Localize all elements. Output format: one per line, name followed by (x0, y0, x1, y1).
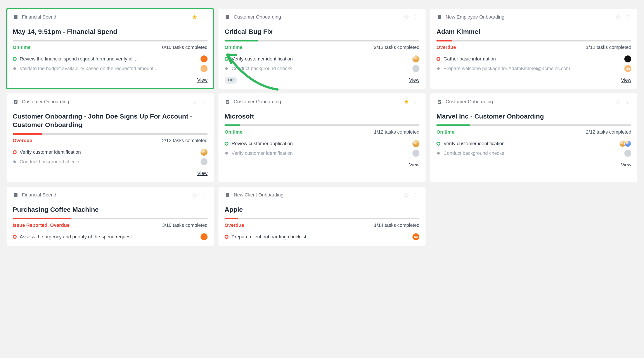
star-icon[interactable]: ★ (192, 14, 197, 20)
card-category: Customer Onboarding (22, 99, 69, 105)
status-text: Issue Reported, Overdue (13, 222, 70, 228)
progress-fill (436, 124, 470, 126)
document-icon (436, 99, 442, 105)
star-icon[interactable]: ☆ (192, 192, 197, 198)
task-row[interactable]: Review the financial spend request form … (13, 54, 208, 64)
view-link[interactable]: View (197, 170, 208, 176)
star-icon[interactable]: ☆ (404, 192, 409, 198)
view-link[interactable]: View (409, 162, 420, 168)
project-card[interactable]: New Client Onboarding☆⋮AppleOverdue1/14 … (218, 187, 426, 246)
assignee-avatar[interactable] (412, 150, 420, 157)
project-card[interactable]: Financial Spend☆⋮Purchasing Coffee Machi… (6, 187, 214, 246)
card-title[interactable]: May 14, 9:51pm - Financial Spend (13, 27, 208, 36)
star-icon[interactable]: ☆ (404, 14, 409, 20)
task-text: Verify customer identification (232, 150, 410, 156)
card-category: Financial Spend (22, 14, 56, 20)
svg-rect-30 (226, 195, 229, 195)
svg-rect-10 (438, 17, 440, 17)
star-icon[interactable]: ☆ (616, 14, 621, 20)
more-menu-icon[interactable]: ⋮ (412, 192, 420, 198)
status-row: Issue Reported, Overdue3/10 tasks comple… (13, 222, 208, 228)
task-row[interactable]: Prepare welcome package for AdamKimmel@a… (436, 64, 631, 73)
assignee-avatar[interactable] (412, 65, 420, 72)
assignee-avatar[interactable]: FI (200, 233, 208, 240)
assignee-avatar[interactable]: FI (200, 65, 208, 72)
project-card[interactable]: Financial Spend★⋮May 14, 9:51pm - Financ… (6, 9, 214, 89)
divider (13, 201, 208, 201)
tag-badge[interactable]: HR (224, 77, 237, 84)
task-row[interactable]: Verify customer identification (224, 54, 420, 64)
progress-bar (436, 124, 631, 126)
tasks-count: 2/13 tasks completed (162, 138, 208, 143)
task-status-marker (225, 67, 228, 70)
card-footer: HRView (224, 76, 420, 84)
assignee-avatar[interactable]: HR (624, 65, 631, 72)
progress-fill (13, 133, 42, 135)
more-menu-icon[interactable]: ⋮ (624, 14, 631, 20)
task-status-marker (224, 57, 228, 61)
task-row[interactable]: Review customer application (224, 139, 420, 148)
svg-rect-18 (226, 101, 229, 102)
project-card[interactable]: Customer Onboarding☆⋮Marvel Inc - Custom… (430, 93, 638, 182)
project-card[interactable]: Customer Onboarding☆⋮Critical Bug FixOn … (218, 9, 426, 89)
task-row[interactable]: Conduct background checks (224, 64, 420, 73)
project-card[interactable]: New Employee Onboarding☆⋮Adam KimmelOver… (430, 9, 638, 89)
assignee-avatar[interactable] (624, 140, 631, 147)
project-card[interactable]: Customer Onboarding☆⋮Customer Onboarding… (6, 93, 214, 182)
status-text: On time (13, 44, 30, 50)
assignee-avatar[interactable]: FI (200, 55, 208, 62)
card-title[interactable]: Microsoft (224, 112, 420, 120)
assignee-avatar[interactable] (200, 149, 208, 156)
assignee-avatar-stack[interactable] (619, 140, 631, 147)
project-card[interactable]: Customer Onboarding★⋮MicrosoftOn time1/1… (218, 93, 426, 182)
progress-fill (436, 40, 452, 41)
assignee-avatar[interactable] (412, 55, 420, 62)
task-status-marker (224, 142, 228, 146)
view-link[interactable]: View (409, 77, 420, 83)
card-title[interactable]: Customer Onboarding - John Doe Signs Up … (13, 112, 208, 129)
more-menu-icon[interactable]: ⋮ (412, 99, 420, 104)
assignee-avatar[interactable] (624, 55, 631, 62)
task-row[interactable]: Prepare client onboarding checklistSA (224, 232, 420, 242)
task-row[interactable]: Verify customer identification (224, 148, 420, 158)
task-row[interactable]: Validate the budget availability based o… (13, 64, 208, 73)
status-row: On time0/10 tasks completed (13, 44, 208, 50)
card-category: Financial Spend (22, 192, 56, 198)
svg-rect-27 (15, 196, 16, 196)
progress-bar (224, 124, 420, 126)
status-text: Overdue (436, 44, 456, 50)
card-category: Customer Onboarding (234, 99, 281, 105)
more-menu-icon[interactable]: ⋮ (200, 14, 208, 20)
task-row[interactable]: Conduct background checks (13, 157, 208, 167)
task-row[interactable]: Conduct background checks (436, 148, 631, 158)
task-row[interactable]: Assess the urgency and priority of the s… (13, 232, 208, 242)
view-link[interactable]: View (621, 162, 631, 168)
star-icon[interactable]: ☆ (616, 99, 621, 105)
more-menu-icon[interactable]: ⋮ (624, 99, 631, 104)
divider (224, 108, 420, 108)
more-menu-icon[interactable]: ⋮ (200, 192, 208, 198)
svg-rect-13 (15, 101, 17, 101)
assignee-avatar[interactable]: SA (412, 233, 420, 240)
more-menu-icon[interactable]: ⋮ (412, 14, 420, 20)
svg-rect-5 (226, 16, 229, 16)
card-title[interactable]: Adam Kimmel (436, 27, 631, 36)
tasks-count: 2/12 tasks completed (374, 44, 420, 50)
view-link[interactable]: View (621, 77, 631, 83)
view-link[interactable]: View (197, 77, 208, 83)
assignee-avatar[interactable] (624, 150, 631, 157)
assignee-avatar[interactable] (412, 140, 420, 147)
card-title[interactable]: Purchasing Coffee Machine (13, 205, 208, 214)
task-row[interactable]: Verify customer identification (13, 147, 208, 157)
card-title[interactable]: Marvel Inc - Customer Onboarding (436, 112, 631, 120)
star-icon[interactable]: ★ (404, 99, 409, 105)
more-menu-icon[interactable]: ⋮ (200, 99, 208, 104)
task-row[interactable]: Gather basic information (436, 54, 631, 64)
star-icon[interactable]: ☆ (192, 99, 197, 105)
task-row[interactable]: Verify customer identification (436, 139, 631, 148)
task-text: Conduct background checks (444, 150, 621, 156)
assignee-avatar[interactable] (200, 158, 208, 165)
card-title[interactable]: Critical Bug Fix (224, 27, 420, 36)
svg-rect-21 (438, 101, 440, 101)
card-title[interactable]: Apple (224, 205, 420, 214)
